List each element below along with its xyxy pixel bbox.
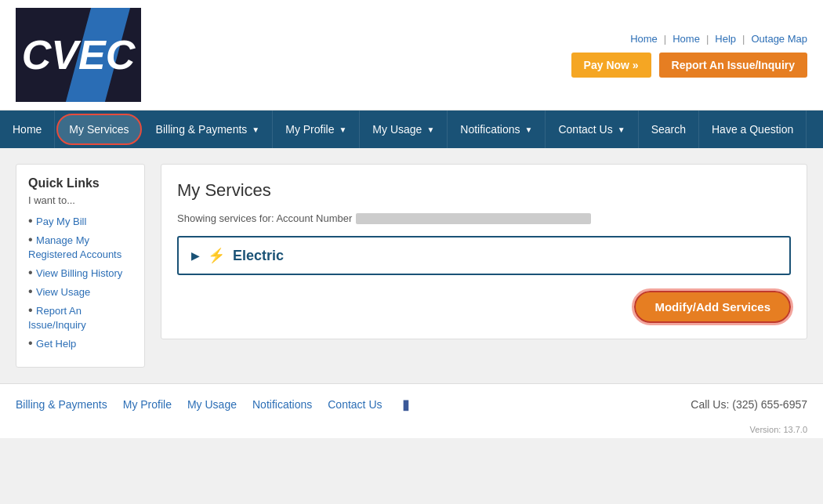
sidebar-item-pay-bill: Pay My Bill: [28, 214, 132, 228]
nav-notifications[interactable]: Notifications ▼: [448, 111, 546, 148]
pay-now-button[interactable]: Pay Now »: [571, 53, 651, 78]
content-box: My Services Showing services for: Accoun…: [161, 164, 807, 339]
footer-notifications-link[interactable]: Notifications: [252, 398, 312, 411]
electric-service-row[interactable]: ▶ ⚡ Electric: [177, 236, 791, 275]
content-area: My Services Showing services for: Accoun…: [161, 164, 807, 368]
nav-search[interactable]: Search: [639, 111, 699, 148]
modify-add-services-button[interactable]: Modify/Add Services: [634, 291, 791, 323]
usage-caret: ▼: [426, 125, 434, 134]
account-label: Showing services for: Account Number: [177, 212, 352, 224]
header-buttons: Pay Now » Report An Issue/Inquiry: [571, 53, 807, 78]
nav-my-usage[interactable]: My Usage ▼: [360, 111, 448, 148]
sidebar-links: Pay My Bill Manage My Registered Account…: [28, 214, 132, 350]
nav-have-question[interactable]: Have a Question: [699, 111, 807, 148]
help-link[interactable]: Help: [715, 33, 736, 45]
nav-billing-payments[interactable]: Billing & Payments ▼: [143, 111, 274, 148]
footer: Billing & Payments My Profile My Usage N…: [0, 383, 823, 425]
version-text: Version: 13.7.0: [0, 425, 823, 438]
logout-link[interactable]: Home: [630, 33, 658, 45]
modify-btn-row: Modify/Add Services: [177, 291, 791, 323]
nav-my-services[interactable]: My Services: [56, 114, 141, 145]
footer-usage-link[interactable]: My Usage: [187, 398, 237, 411]
header: CVEC Home | Home | Help | Outage Map Pay…: [0, 0, 823, 111]
footer-profile-link[interactable]: My Profile: [123, 398, 172, 411]
electric-bolt-icon: ⚡: [208, 247, 225, 264]
contact-caret: ▼: [618, 125, 625, 134]
sidebar-item-manage-accounts: Manage My Registered Accounts: [28, 233, 132, 261]
call-us: Call Us: (325) 655-6957: [691, 398, 807, 411]
main-nav: Home My Services Billing & Payments ▼ My…: [0, 111, 823, 148]
sidebar-item-report-issue: Report An Issue/Inquiry: [28, 303, 132, 332]
service-name: Electric: [233, 248, 284, 264]
logo: CVEC: [16, 8, 141, 102]
sidebar-item-get-help: Get Help: [28, 336, 132, 350]
account-info: Showing services for: Account Number: [177, 212, 791, 224]
sidebar-subtitle: I want to...: [28, 194, 132, 206]
sidebar-title: Quick Links: [28, 176, 132, 190]
report-issue-button[interactable]: Report An Issue/Inquiry: [659, 53, 807, 78]
nav-home[interactable]: Home: [0, 111, 55, 148]
main-content: Quick Links I want to... Pay My Bill Man…: [0, 148, 823, 383]
billing-caret: ▼: [252, 125, 259, 134]
profile-caret: ▼: [339, 125, 346, 134]
logo-text: CVEC: [22, 34, 135, 75]
sidebar-item-view-usage: View Usage: [28, 285, 132, 299]
facebook-icon[interactable]: ▮: [402, 396, 410, 413]
footer-billing-link[interactable]: Billing & Payments: [16, 398, 107, 411]
sidebar: Quick Links I want to... Pay My Bill Man…: [16, 164, 145, 368]
footer-links: Billing & Payments My Profile My Usage N…: [16, 396, 410, 413]
sidebar-item-billing-history: View Billing History: [28, 266, 132, 280]
nav-my-profile[interactable]: My Profile ▼: [273, 111, 360, 148]
outage-map-link[interactable]: Outage Map: [751, 33, 807, 45]
top-links: Home | Home | Help | Outage Map: [630, 33, 807, 45]
page-title: My Services: [177, 180, 791, 201]
service-expand-arrow: ▶: [191, 249, 200, 262]
header-right: Home | Home | Help | Outage Map Pay Now …: [571, 33, 807, 78]
nav-contact-us[interactable]: Contact Us ▼: [546, 111, 638, 148]
account-number: [356, 213, 591, 224]
notif-caret: ▼: [525, 125, 533, 134]
home-top-link[interactable]: Home: [673, 33, 700, 45]
footer-contact-link[interactable]: Contact Us: [328, 398, 382, 411]
